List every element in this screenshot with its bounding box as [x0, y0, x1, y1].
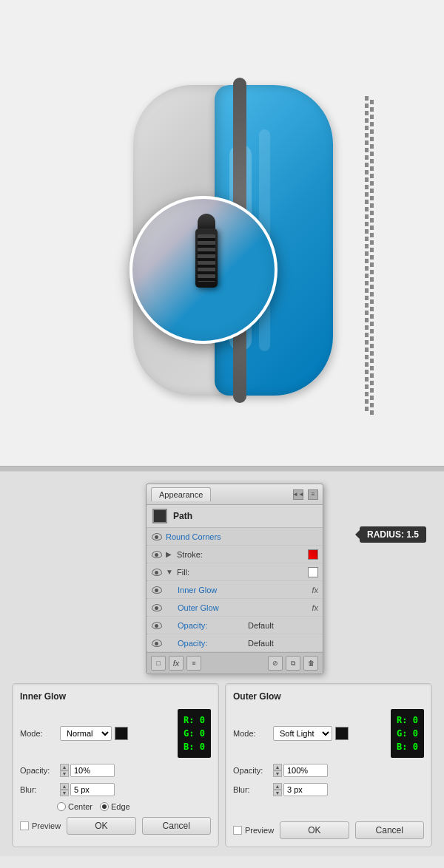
- outer-rgb-display: R: 0 G: 0 B: 0: [391, 709, 424, 758]
- inner-mode-label: Mode:: [20, 729, 57, 738]
- radio-edge-label: Edge: [111, 802, 130, 811]
- eye-icon-fill[interactable]: [151, 566, 163, 578]
- inner-blur-row: Blur: ▲ ▼: [20, 783, 211, 796]
- outer-opacity-up[interactable]: ▲: [273, 764, 282, 770]
- panels-area: Appearance ◄◄ ≡ Path Round Corners: [0, 472, 444, 856]
- expand-arrow-fill[interactable]: ▼: [166, 568, 175, 577]
- inner-mode-select[interactable]: Normal Multiply Screen: [60, 726, 112, 741]
- toolbar-new-layer-btn[interactable]: □: [151, 656, 166, 671]
- outer-glow-mode-row: Mode: Soft Light Normal Multiply R: 0 G:…: [233, 709, 424, 758]
- eye-shape-inner-glow: [152, 586, 162, 594]
- panel-resize-button[interactable]: ◄◄: [293, 489, 303, 500]
- toolbar-circle-btn[interactable]: ⊘: [268, 656, 283, 671]
- fx-badge-outer: fx: [312, 603, 318, 612]
- outer-preview-label: Preview: [245, 826, 274, 835]
- outer-blur-input[interactable]: [283, 783, 328, 796]
- row-fill[interactable]: ▼ Fill:: [147, 563, 323, 581]
- opacity2-label: Opacity:: [178, 639, 248, 648]
- eye-icon-opacity2[interactable]: [151, 637, 163, 649]
- radio-center[interactable]: Center: [57, 802, 92, 811]
- eye-icon-outer-glow[interactable]: [151, 602, 163, 614]
- round-corners-label[interactable]: Round Corners: [166, 532, 318, 541]
- inner-opacity-up[interactable]: ▲: [60, 764, 69, 770]
- inner-glow-mode-row: Mode: Normal Multiply Screen R: 0 G: 0 B…: [20, 709, 211, 758]
- outer-opacity-spinner-btns: ▲ ▼: [273, 764, 282, 777]
- illustration-area: [0, 0, 444, 466]
- inner-blur-down[interactable]: ▼: [60, 790, 69, 796]
- outer-opacity-row: Opacity: ▲ ▼: [233, 764, 424, 777]
- outer-preview-checkbox[interactable]: [233, 826, 242, 835]
- inner-cancel-button[interactable]: Cancel: [142, 817, 211, 835]
- inner-blur-up[interactable]: ▲: [60, 783, 69, 790]
- row-outer-glow[interactable]: Outer Glow fx: [147, 599, 323, 617]
- radio-edge-circle: [100, 802, 109, 811]
- row-round-corners[interactable]: Round Corners RADIUS: 1.5: [147, 528, 323, 546]
- toolbar-duplicate-btn[interactable]: ⧉: [286, 656, 300, 671]
- fill-swatch[interactable]: [308, 567, 318, 577]
- path-icon: [152, 509, 167, 523]
- outer-blur-spinner-btns: ▲ ▼: [273, 783, 282, 796]
- expand-arrow-stroke[interactable]: ▶: [166, 550, 175, 559]
- tab-appearance[interactable]: Appearance: [151, 487, 211, 501]
- toolbar-delete-btn[interactable]: 🗑: [303, 656, 318, 671]
- outer-ok-button[interactable]: OK: [280, 821, 349, 839]
- eye-icon[interactable]: [151, 531, 163, 543]
- inner-opacity-row: Opacity: ▲ ▼: [20, 764, 211, 777]
- inner-preview-label: Preview: [32, 821, 61, 830]
- radio-center-label: Center: [68, 802, 92, 811]
- inner-blur-spinner-btns: ▲ ▼: [60, 783, 69, 796]
- outer-glow-label[interactable]: Outer Glow: [178, 603, 309, 612]
- outer-cancel-button[interactable]: Cancel: [355, 821, 424, 839]
- inner-preview-checkbox[interactable]: [20, 821, 29, 830]
- row-inner-glow[interactable]: Inner Glow fx: [147, 581, 323, 599]
- opacity1-value: Default: [248, 621, 318, 630]
- inner-opacity-input[interactable]: [70, 764, 115, 777]
- appearance-panel: Appearance ◄◄ ≡ Path Round Corners: [146, 484, 323, 674]
- outer-mode-select[interactable]: Soft Light Normal Multiply: [273, 726, 332, 741]
- inner-preview-check[interactable]: Preview: [20, 821, 61, 830]
- fx-badge-inner: fx: [312, 586, 318, 594]
- toolbar-menu-btn[interactable]: ≡: [186, 656, 201, 671]
- inner-opacity-spinner: ▲ ▼: [60, 764, 115, 777]
- inner-ok-button[interactable]: OK: [67, 817, 135, 835]
- outer-glow-swatch[interactable]: [335, 727, 349, 740]
- inner-radio-row: Center Edge: [57, 802, 211, 811]
- inner-glow-title: Inner Glow: [20, 691, 211, 702]
- toolbar-fx-btn[interactable]: fx: [169, 656, 184, 671]
- radio-edge[interactable]: Edge: [100, 802, 130, 811]
- outer-bottom-row: Preview OK Cancel: [233, 821, 424, 839]
- inner-opacity-down[interactable]: ▼: [60, 770, 69, 777]
- outer-opacity-input[interactable]: [283, 764, 328, 777]
- eye-icon-opacity1[interactable]: [151, 620, 163, 631]
- eye-shape-outer-glow: [152, 604, 162, 611]
- inner-blur-label: Blur:: [20, 785, 57, 794]
- magnify-pull: [195, 228, 218, 288]
- panel-titlebar: Appearance ◄◄ ≡: [147, 484, 323, 505]
- inner-glow-swatch[interactable]: [115, 727, 128, 740]
- outer-opacity-label: Opacity:: [233, 766, 270, 775]
- inner-blur-input[interactable]: [70, 783, 115, 796]
- inner-glow-panel: Inner Glow Mode: Normal Multiply Screen …: [12, 683, 219, 847]
- eye-shape-opacity2: [152, 640, 162, 647]
- stroke-swatch[interactable]: [308, 549, 318, 560]
- inner-glow-label[interactable]: Inner Glow: [178, 586, 309, 594]
- outer-opacity-spinner: ▲ ▼: [273, 764, 328, 777]
- row-stroke[interactable]: ▶ Stroke:: [147, 546, 323, 563]
- eye-icon-inner-glow[interactable]: [151, 584, 163, 596]
- outer-glow-panel: Outer Glow Mode: Soft Light Normal Multi…: [225, 683, 432, 847]
- outer-blur-up[interactable]: ▲: [273, 783, 282, 790]
- magnify-content: [184, 206, 229, 339]
- opacity1-label: Opacity:: [178, 621, 248, 630]
- radio-center-circle: [57, 802, 66, 811]
- outer-mode-label: Mode:: [233, 729, 270, 738]
- outer-preview-check[interactable]: Preview: [233, 826, 274, 835]
- zipper-teeth: [365, 96, 374, 414]
- eye-icon-stroke[interactable]: [151, 549, 163, 560]
- glow-panels-row: Inner Glow Mode: Normal Multiply Screen …: [9, 683, 435, 847]
- magnify-pull-top: [198, 214, 215, 230]
- outer-opacity-down[interactable]: ▼: [273, 770, 282, 777]
- radius-tooltip: RADIUS: 1.5: [360, 526, 426, 543]
- outer-blur-down[interactable]: ▼: [273, 790, 282, 796]
- panel-menu-button[interactable]: ≡: [308, 489, 318, 500]
- inner-bottom-row: Preview OK Cancel: [20, 817, 211, 835]
